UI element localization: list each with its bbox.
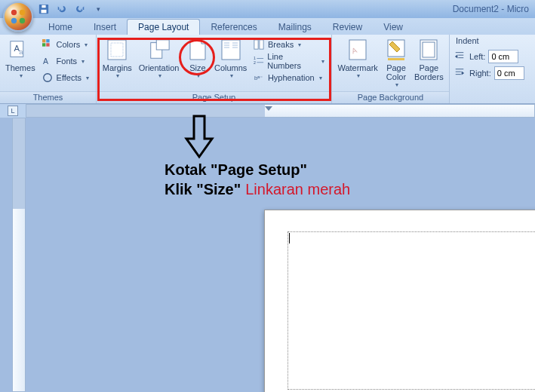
svg-rect-12 [42, 43, 45, 46]
tab-references[interactable]: References [200, 20, 267, 35]
svg-text:A: A [42, 57, 48, 66]
text-frame [287, 231, 535, 390]
svg-point-2 [11, 18, 17, 23]
page-borders-button[interactable]: Page Borders [414, 36, 444, 83]
theme-effects-button[interactable]: Effects▾ [39, 69, 91, 86]
indent-left-input[interactable] [488, 50, 518, 63]
document-area: Kotak "Page Setup" Klik "Size"Linkaran m… [0, 118, 535, 392]
svg-rect-13 [46, 43, 49, 46]
chevron-down-icon: ▾ [20, 72, 23, 79]
colors-icon [42, 38, 54, 51]
page-borders-icon [417, 38, 441, 62]
indent-right-input[interactable] [494, 66, 524, 80]
document-canvas[interactable] [26, 118, 535, 392]
svg-rect-37 [388, 58, 404, 60]
theme-fonts-button[interactable]: A Fonts▾ [39, 53, 91, 69]
annotation-text: Kotak "Page Setup" Klik "Size"Linkaran m… [164, 160, 350, 199]
themes-button[interactable]: Aa Themes ▾ [5, 36, 36, 81]
annotation-red-circle [179, 39, 215, 75]
title-bar: ▾ Document2 - Micro [0, 0, 535, 18]
qat-dropdown-icon[interactable]: ▾ [92, 3, 104, 15]
quick-access-toolbar: ▾ [38, 3, 104, 15]
group-page-background: A Watermark▾ Page Color▾ Page Borders Pa… [332, 35, 450, 103]
svg-text:a: a [19, 48, 23, 56]
vertical-ruler[interactable] [12, 118, 26, 392]
effects-icon [42, 72, 54, 84]
svg-rect-11 [46, 39, 49, 42]
themes-icon: Aa [8, 38, 32, 62]
group-label-page-background: Page Background [332, 91, 449, 103]
save-icon[interactable] [38, 3, 50, 15]
office-button[interactable] [3, 2, 33, 32]
redo-icon[interactable] [74, 3, 86, 15]
indent-header: Indent [454, 36, 479, 45]
ribbon: Aa Themes ▾ Colors▾ A Fonts▾ Effects▾ [0, 35, 535, 104]
window-title: Document2 - Micro [453, 4, 529, 14]
document-page[interactable] [264, 210, 535, 392]
svg-rect-10 [42, 39, 45, 42]
fonts-icon: A [42, 55, 54, 67]
indent-left-icon [454, 51, 466, 63]
theme-colors-button[interactable]: Colors▾ [39, 36, 91, 53]
svg-rect-6 [42, 5, 45, 8]
horizontal-ruler[interactable] [26, 104, 535, 118]
tab-insert[interactable]: Insert [83, 20, 127, 35]
tab-selector[interactable]: L [0, 104, 26, 118]
svg-point-3 [20, 18, 25, 23]
svg-point-15 [43, 74, 51, 82]
page-color-button[interactable]: Page Color▾ [382, 36, 410, 90]
group-themes: Aa Themes ▾ Colors▾ A Fonts▾ Effects▾ [0, 35, 97, 103]
tab-mailings[interactable]: Mailings [268, 20, 322, 35]
watermark-button[interactable]: A Watermark▾ [337, 36, 379, 81]
tab-view[interactable]: View [373, 20, 414, 35]
ribbon-tabs: Home Insert Page Layout References Maili… [0, 18, 535, 35]
indent-right-icon [454, 67, 466, 79]
tab-home[interactable]: Home [38, 20, 83, 35]
undo-icon[interactable] [56, 3, 68, 15]
svg-point-0 [11, 10, 17, 15]
tab-review[interactable]: Review [322, 20, 373, 35]
annotation-arrow [184, 116, 214, 161]
tab-page-layout[interactable]: Page Layout [127, 19, 200, 35]
group-paragraph: Indent Left: Right: x [450, 35, 535, 103]
svg-rect-5 [42, 10, 47, 13]
page-color-icon [384, 38, 408, 62]
text-cursor [289, 233, 290, 243]
svg-point-1 [20, 10, 25, 15]
group-label-themes: Themes [0, 91, 96, 103]
ruler-area: L [0, 104, 535, 118]
annotation-red-box [97, 38, 331, 101]
watermark-icon: A [346, 38, 370, 62]
